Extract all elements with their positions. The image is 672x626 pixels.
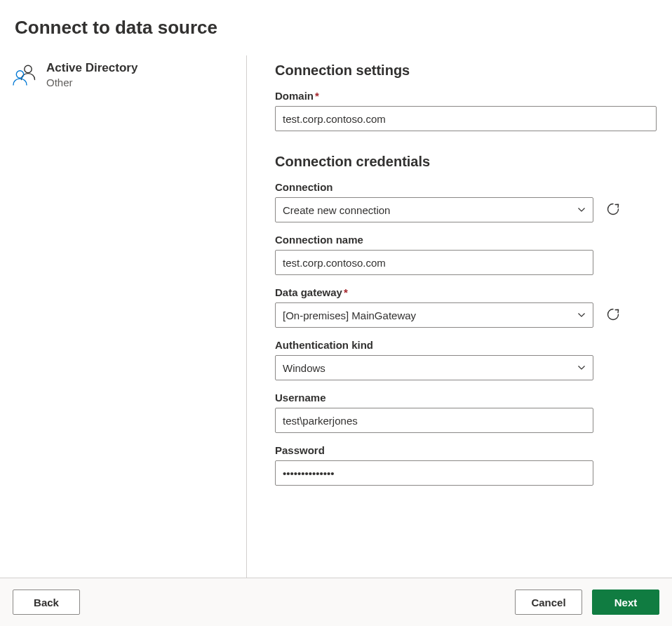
connection-select[interactable]: Create new connection bbox=[275, 197, 593, 222]
data-gateway-select-value: [On-premises] MainGateway bbox=[283, 309, 416, 321]
username-field: Username bbox=[275, 392, 657, 433]
data-gateway-select[interactable]: [On-premises] MainGateway bbox=[275, 302, 593, 328]
content-area: Active Directory Other Connection settin… bbox=[0, 55, 672, 578]
refresh-icon bbox=[606, 307, 620, 324]
svg-point-0 bbox=[25, 65, 32, 72]
domain-field: Domain* bbox=[275, 90, 657, 131]
data-gateway-field: Data gateway* [On-premises] MainGateway bbox=[275, 286, 657, 328]
svg-point-1 bbox=[16, 71, 23, 78]
chevron-down-icon bbox=[577, 206, 586, 214]
page-title: Connect to data source bbox=[0, 0, 672, 55]
connection-select-value: Create new connection bbox=[283, 204, 390, 216]
connection-refresh-button[interactable] bbox=[603, 200, 623, 220]
footer: Back Cancel Next bbox=[0, 578, 672, 626]
authentication-kind-select-value: Windows bbox=[283, 362, 325, 374]
domain-label: Domain* bbox=[275, 90, 657, 102]
sidebar-item-text: Active Directory Other bbox=[46, 61, 137, 88]
username-input[interactable] bbox=[275, 408, 593, 433]
connection-label: Connection bbox=[275, 181, 657, 193]
people-icon bbox=[11, 61, 38, 89]
main-panel: Connection settings Domain* Connection c… bbox=[247, 55, 672, 578]
password-field: Password bbox=[275, 444, 657, 486]
refresh-icon bbox=[606, 202, 620, 218]
chevron-down-icon bbox=[577, 364, 586, 372]
password-input[interactable] bbox=[275, 460, 593, 486]
connection-field: Connection Create new connection bbox=[275, 181, 657, 222]
chevron-down-icon bbox=[577, 311, 586, 319]
password-label: Password bbox=[275, 444, 657, 456]
back-button[interactable]: Back bbox=[13, 590, 80, 615]
required-asterisk: * bbox=[315, 90, 319, 102]
sidebar-item-subtitle: Other bbox=[46, 76, 137, 88]
authentication-kind-label: Authentication kind bbox=[275, 339, 657, 351]
footer-right: Cancel Next bbox=[515, 590, 659, 615]
data-gateway-label: Data gateway* bbox=[275, 286, 657, 298]
authentication-kind-select[interactable]: Windows bbox=[275, 355, 593, 380]
connection-settings-heading: Connection settings bbox=[275, 62, 657, 79]
domain-input[interactable] bbox=[275, 106, 657, 131]
required-asterisk: * bbox=[344, 286, 348, 298]
connection-name-label: Connection name bbox=[275, 234, 657, 246]
cancel-button[interactable]: Cancel bbox=[515, 590, 582, 615]
sidebar: Active Directory Other bbox=[0, 55, 247, 578]
next-button[interactable]: Next bbox=[592, 590, 659, 615]
sidebar-item-title: Active Directory bbox=[46, 61, 137, 75]
authentication-kind-field: Authentication kind Windows bbox=[275, 339, 657, 380]
sidebar-item-active-directory[interactable]: Active Directory Other bbox=[6, 58, 246, 92]
username-label: Username bbox=[275, 392, 657, 404]
connection-name-field: Connection name bbox=[275, 234, 657, 275]
connection-credentials-heading: Connection credentials bbox=[275, 154, 657, 170]
data-gateway-refresh-button[interactable] bbox=[603, 305, 623, 325]
connection-name-input[interactable] bbox=[275, 250, 593, 275]
